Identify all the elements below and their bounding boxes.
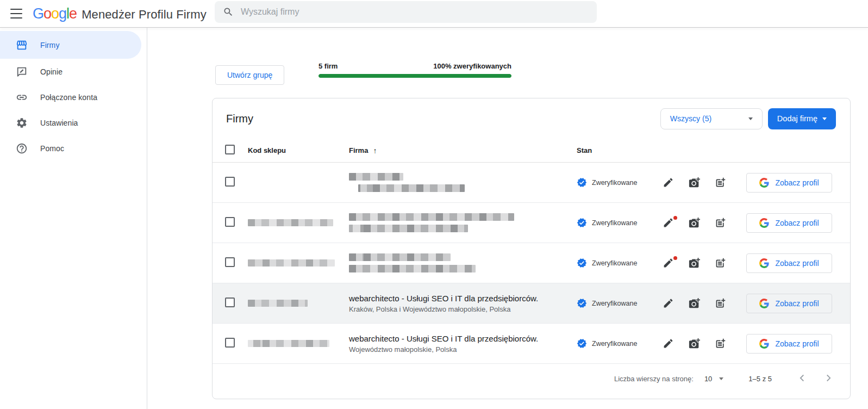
sidebar-item-label: Połączone konta [40, 93, 97, 102]
business-cell: webarchitecto - Usługi SEO i IT dla prze… [349, 294, 577, 313]
add-post-button[interactable] [715, 217, 727, 229]
edit-button[interactable] [663, 177, 675, 189]
chevron-down-icon [719, 377, 723, 380]
business-location: Województwo małopolskie, Polska [349, 345, 577, 354]
search-input[interactable] [241, 7, 597, 17]
view-profile-label: Zobacz profil [775, 339, 819, 348]
add-business-button[interactable]: Dodaj firmę [768, 108, 836, 129]
menu-icon[interactable] [10, 9, 22, 18]
view-profile-button[interactable]: Zobacz profil [746, 334, 832, 354]
add-photo-button[interactable] [689, 338, 701, 350]
chevron-down-icon [822, 117, 827, 120]
google-logo[interactable]: Google Menedżer Profilu Firmy [33, 5, 207, 22]
row-checkbox[interactable] [225, 338, 235, 348]
notification-dot [673, 216, 677, 220]
rows-per-page-value: 10 [704, 375, 712, 383]
table-row[interactable]: Zweryfikowane Zobacz profil [213, 203, 850, 243]
view-profile-button[interactable]: Zobacz profil [746, 294, 832, 313]
column-header-status[interactable]: Stan [577, 146, 663, 154]
row-actions [663, 338, 746, 350]
filter-dropdown[interactable]: Wszyscy (5) [660, 108, 763, 129]
add-post-button[interactable] [715, 298, 727, 309]
edit-button[interactable] [663, 257, 675, 269]
sidebar-item-label: Ustawienia [40, 119, 78, 127]
business-location: Kraków, Polska i Województwo małopolskie… [349, 305, 577, 313]
redacted-business-location [358, 184, 465, 192]
status-badge: Zweryfikowane [592, 259, 637, 267]
table-row[interactable]: webarchitecto - Usługi SEO i IT dla prze… [213, 324, 850, 364]
edit-button[interactable] [663, 338, 675, 350]
edit-button[interactable] [663, 298, 675, 309]
redacted-business-location [349, 265, 476, 272]
store-code-cell [248, 340, 349, 347]
edit-button[interactable] [663, 217, 675, 229]
table-row[interactable]: webarchitecto - Usługi SEO i IT dla prze… [213, 283, 850, 324]
table-header: Kod sklepu Firma ↑ Stan [213, 139, 850, 163]
add-post-button[interactable] [715, 177, 727, 189]
column-header-store-code[interactable]: Kod sklepu [248, 146, 349, 154]
verified-badge-icon [577, 338, 587, 349]
verified-badge-icon [577, 177, 587, 188]
sidebar-item-firmy[interactable]: Firmy [0, 31, 141, 59]
add-post-button[interactable] [715, 338, 727, 350]
sidebar-item-label: Firmy [40, 41, 60, 49]
next-page-button[interactable] [822, 372, 835, 385]
redacted-store-code [248, 219, 333, 226]
row-checkbox[interactable] [225, 298, 235, 307]
pagination-range: 1–5 z 5 [748, 375, 772, 383]
add-post-button[interactable] [715, 257, 727, 269]
view-profile-label: Zobacz profil [775, 219, 819, 227]
row-checkbox[interactable] [225, 217, 235, 227]
storefront-icon [16, 39, 28, 51]
chevron-down-icon [748, 117, 753, 120]
sidebar-item-pomoc[interactable]: Pomoc [0, 135, 147, 161]
add-photo-button[interactable] [689, 298, 701, 309]
sidebar-item-label: Opinie [40, 67, 63, 76]
row-actions [663, 298, 746, 309]
business-name: webarchitecto - Usługi SEO i IT dla prze… [349, 294, 577, 303]
chevron-left-icon [796, 372, 808, 384]
status-cell: Zweryfikowane [577, 258, 663, 268]
sidebar-item-ustawienia[interactable]: Ustawienia [0, 110, 147, 135]
column-header-business[interactable]: Firma ↑ [349, 146, 577, 155]
create-group-button[interactable]: Utwórz grupę [215, 65, 284, 85]
redacted-store-code [248, 300, 308, 307]
table-row[interactable]: Zweryfikowane Zobacz profil [213, 243, 850, 283]
card-title: Firmy [226, 113, 253, 125]
row-actions [663, 177, 746, 189]
rows-per-page-select[interactable]: 10 [704, 375, 723, 383]
store-code-cell [248, 219, 349, 226]
rows-per-page-label: Liczba wierszy na stronę: [614, 375, 694, 383]
search-bar[interactable] [215, 1, 597, 23]
help-icon [16, 142, 28, 154]
view-profile-button[interactable]: Zobacz profil [746, 213, 832, 233]
row-actions [663, 217, 746, 229]
view-profile-button[interactable]: Zobacz profil [746, 253, 832, 273]
google-g-icon [759, 299, 769, 308]
add-photo-button[interactable] [689, 217, 701, 229]
select-all-checkbox[interactable] [225, 145, 235, 154]
view-profile-button[interactable]: Zobacz profil [746, 173, 832, 193]
add-photo-button[interactable] [689, 177, 701, 189]
chevron-right-icon [822, 372, 834, 384]
card-header-controls: Wszyscy (5) Dodaj firmę [660, 108, 836, 129]
status-cell: Zweryfikowane [577, 338, 663, 349]
row-checkbox[interactable] [225, 177, 235, 187]
filter-dropdown-value: Wszyscy (5) [670, 114, 711, 123]
prev-page-button[interactable] [796, 372, 809, 385]
progress-bar-fill [319, 74, 511, 78]
add-photo-button[interactable] [689, 257, 701, 269]
page-body: Firmy Opinie Połączone konta Ustawienia … [0, 27, 868, 409]
sidebar-item-polaczone-konta[interactable]: Połączone konta [0, 84, 147, 110]
sidebar-item-opinie[interactable]: Opinie [0, 59, 147, 84]
status-badge: Zweryfikowane [592, 300, 637, 307]
table-row[interactable]: Zweryfikowane Zobacz profil [213, 163, 850, 203]
business-cell [349, 253, 577, 272]
redacted-store-code [248, 259, 335, 267]
businesses-card: Firmy Wszyscy (5) Dodaj firmę [212, 98, 851, 399]
google-g-icon [759, 339, 769, 349]
rate-review-icon [16, 66, 28, 78]
card-header: Firmy Wszyscy (5) Dodaj firmę [213, 98, 850, 139]
google-logo-text: Google [33, 5, 77, 22]
row-checkbox[interactable] [225, 257, 235, 267]
